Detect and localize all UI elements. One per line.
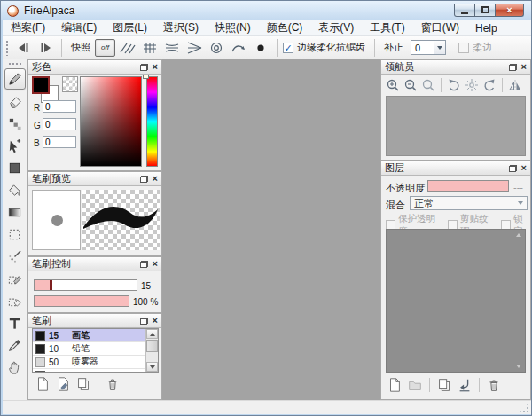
- magic-wand-tool[interactable]: [4, 246, 26, 267]
- move-tool[interactable]: [4, 135, 26, 156]
- select-pen-tool[interactable]: [4, 268, 26, 289]
- add-folder-button[interactable]: [406, 377, 424, 393]
- snapshot-prev-button[interactable]: [13, 40, 33, 56]
- eyedropper-tool[interactable]: [4, 334, 26, 356]
- zoom-in-button[interactable]: [385, 77, 401, 92]
- menu-edit[interactable]: 编辑(E): [53, 20, 105, 35]
- snap-off-button[interactable]: off: [95, 39, 115, 57]
- snap-grid-button[interactable]: [139, 39, 160, 57]
- toolbar-drag-handle[interactable]: [5, 40, 10, 56]
- hue-slider-marker[interactable]: [143, 75, 149, 79]
- hand-tool[interactable]: [4, 357, 26, 378]
- float-panel-icon[interactable]: [140, 176, 148, 183]
- menu-file[interactable]: 档案(F): [3, 20, 53, 35]
- snap-horizontal-button[interactable]: [161, 39, 182, 57]
- brush-row-airbrush[interactable]: 50 喷雾器: [33, 356, 146, 369]
- hue-bar[interactable]: [146, 76, 158, 167]
- layer-opacity-slider[interactable]: [427, 180, 509, 192]
- scroll-down-button[interactable]: [146, 362, 158, 372]
- delete-brush-button[interactable]: [104, 376, 121, 392]
- g-input[interactable]: [43, 118, 76, 130]
- menu-layer[interactable]: 图层(L): [105, 20, 155, 35]
- menu-snapshot[interactable]: 快照(N): [207, 20, 259, 35]
- minimize-button[interactable]: [454, 4, 475, 17]
- float-panel-icon[interactable]: [140, 64, 148, 71]
- snapshot-next-button[interactable]: [36, 40, 56, 56]
- maximize-button[interactable]: [475, 4, 496, 17]
- brush-row-paintbrush[interactable]: 15 画笔: [33, 329, 146, 342]
- zoom-reset-button[interactable]: [420, 77, 436, 92]
- saturation-value-picker[interactable]: [80, 76, 142, 167]
- rotate-ccw-button[interactable]: [446, 77, 462, 92]
- menu-view[interactable]: 表示(V): [310, 20, 362, 35]
- menu-tools[interactable]: 工具(T): [362, 20, 412, 35]
- scroll-up-button[interactable]: [146, 329, 158, 339]
- b-input[interactable]: [43, 136, 76, 148]
- r-input[interactable]: [43, 100, 76, 113]
- float-panel-icon[interactable]: [140, 318, 148, 325]
- correction-dropdown[interactable]: 0: [411, 40, 446, 55]
- eraser-tool[interactable]: [4, 90, 26, 112]
- scroll-down-icon[interactable]: [516, 365, 521, 368]
- brush-row-pencil[interactable]: 10 铅笔: [33, 342, 146, 356]
- menu-help[interactable]: Help: [467, 20, 505, 35]
- add-brush-button[interactable]: [34, 376, 51, 392]
- transparent-color-swatch[interactable]: [62, 76, 78, 92]
- zoom-out-button[interactable]: [403, 77, 419, 92]
- close-panel-icon[interactable]: ×: [153, 175, 158, 183]
- delete-layer-button[interactable]: [485, 377, 503, 393]
- snap-point-button[interactable]: [250, 39, 270, 57]
- snap-curve-button[interactable]: [228, 39, 248, 57]
- menu-select[interactable]: 選択(S): [155, 20, 207, 35]
- close-panel-icon[interactable]: ×: [153, 260, 158, 268]
- duplicate-brush-button[interactable]: [74, 376, 92, 392]
- rotate-cw-button[interactable]: [481, 77, 497, 92]
- rotate-reset-button[interactable]: [464, 77, 480, 92]
- duplicate-layer-button[interactable]: [435, 377, 453, 393]
- snap-concentric-button[interactable]: [206, 39, 226, 57]
- add-layer-button[interactable]: [386, 377, 403, 393]
- select-eraser-tool[interactable]: [4, 290, 26, 311]
- dropdown-button[interactable]: [514, 201, 527, 205]
- blur-tool[interactable]: [4, 113, 26, 134]
- merge-layer-button[interactable]: [456, 377, 473, 393]
- snap-parallel-button[interactable]: [117, 39, 137, 57]
- flip-horizontal-button[interactable]: [507, 77, 523, 92]
- brush-name: 画笔: [72, 329, 90, 341]
- layers-list[interactable]: [386, 229, 526, 373]
- brush-opacity-slider[interactable]: [34, 295, 129, 307]
- navigator-preview[interactable]: [386, 96, 526, 156]
- close-panel-icon[interactable]: ×: [153, 317, 158, 325]
- foreground-color-swatch[interactable]: [32, 76, 50, 94]
- soft-edge-checkbox[interactable]: [458, 43, 469, 53]
- dropdown-button[interactable]: [434, 41, 445, 54]
- snap-vanishing-point-button[interactable]: [184, 39, 204, 57]
- close-panel-icon[interactable]: ×: [153, 63, 158, 71]
- bucket-tool[interactable]: [4, 179, 26, 200]
- canvas[interactable]: [162, 59, 380, 400]
- tool-palette-drag-handle[interactable]: [8, 62, 22, 67]
- close-panel-icon[interactable]: ×: [521, 164, 527, 172]
- float-panel-icon[interactable]: [509, 64, 517, 71]
- menu-color[interactable]: 颜色(C): [259, 20, 311, 35]
- text-tool[interactable]: [4, 312, 26, 334]
- float-panel-icon[interactable]: [509, 165, 517, 172]
- brush-size-slider[interactable]: [34, 279, 137, 291]
- menu-window[interactable]: 窗口(W): [413, 20, 467, 35]
- brush-size-handle[interactable]: [50, 280, 52, 290]
- edit-brush-button[interactable]: [54, 376, 72, 392]
- brush-list-scrollbar[interactable]: [145, 329, 158, 372]
- fill-rect-tool[interactable]: [4, 157, 26, 178]
- close-button[interactable]: ×: [496, 4, 524, 17]
- close-panel-icon[interactable]: ×: [521, 63, 527, 71]
- scroll-up-icon[interactable]: [516, 233, 521, 237]
- resize-grip[interactable]: [520, 404, 528, 412]
- float-panel-icon[interactable]: [140, 261, 148, 268]
- brush-row-partial[interactable]: [33, 369, 146, 373]
- antialias-checkbox[interactable]: ✓: [283, 43, 293, 53]
- gradient-tool[interactable]: [4, 201, 26, 223]
- scroll-thumb[interactable]: [146, 340, 158, 352]
- select-rect-tool[interactable]: [4, 224, 26, 245]
- pen-tool[interactable]: [4, 68, 26, 90]
- layer-blend-dropdown[interactable]: 正常: [410, 196, 528, 210]
